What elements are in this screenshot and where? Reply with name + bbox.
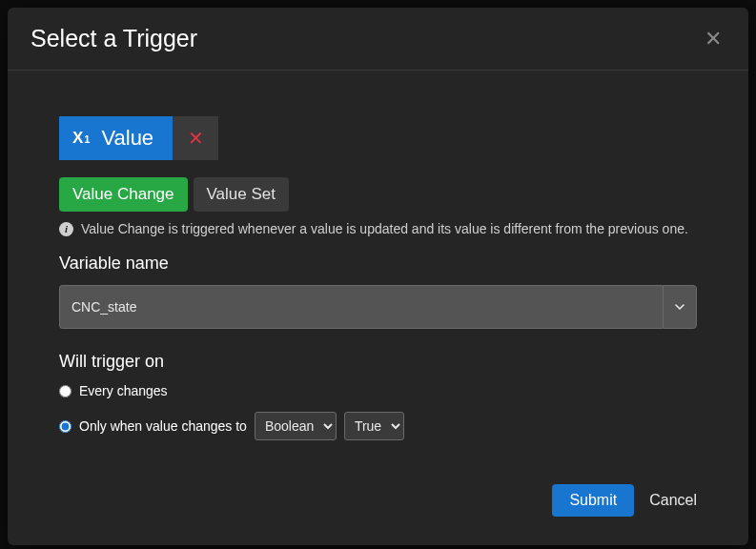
cancel-button[interactable]: Cancel	[649, 492, 697, 509]
tab-value-set[interactable]: Value Set	[194, 177, 289, 212]
variable-icon: X1	[72, 129, 90, 148]
variable-select-value[interactable]: CNC_state	[59, 285, 663, 329]
variable-name-label: Variable name	[59, 254, 697, 274]
close-icon: ✕	[705, 27, 722, 51]
info-icon: i	[59, 222, 73, 236]
chevron-down-icon	[673, 300, 686, 314]
trigger-chip-label: Value	[101, 126, 153, 151]
trigger-modal: Select a Trigger ✕ X1 Value ✕ Value Chan…	[8, 8, 748, 545]
close-icon: ✕	[188, 127, 204, 150]
radio-only-when-label: Only when value changes to	[79, 418, 247, 434]
value-type-select[interactable]: Boolean	[255, 412, 337, 440]
radio-every-changes[interactable]: Every changes	[59, 383, 697, 398]
variable-select[interactable]: CNC_state	[59, 285, 697, 329]
radio-every-changes-input[interactable]	[59, 385, 72, 397]
variable-select-caret[interactable]	[663, 285, 697, 329]
help-text: Value Change is triggered whenever a val…	[81, 221, 688, 236]
radio-every-changes-label: Every changes	[79, 383, 168, 398]
modal-overlay: Select a Trigger ✕ X1 Value ✕ Value Chan…	[0, 0, 756, 549]
trigger-type-tabs: Value Change Value Set	[59, 177, 697, 212]
modal-header: Select a Trigger ✕	[8, 8, 748, 71]
value-trigger-chip[interactable]: X1 Value	[59, 116, 173, 160]
value-select[interactable]: True	[344, 412, 404, 440]
trigger-on-group: Every changes Only when value changes to…	[59, 383, 697, 440]
modal-title: Select a Trigger	[31, 25, 197, 52]
radio-only-when-input[interactable]	[59, 420, 72, 433]
close-button[interactable]: ✕	[701, 29, 725, 50]
tab-value-change[interactable]: Value Change	[59, 177, 188, 212]
radio-only-when[interactable]: Only when value changes to Boolean True	[59, 412, 697, 440]
remove-trigger-button[interactable]: ✕	[173, 116, 218, 160]
submit-button[interactable]: Submit	[552, 484, 634, 517]
modal-body: X1 Value ✕ Value Change Value Set i Valu…	[8, 71, 748, 484]
trigger-on-label: Will trigger on	[59, 352, 697, 372]
modal-footer: Submit Cancel	[8, 484, 748, 545]
trigger-chip-row: X1 Value ✕	[59, 116, 697, 160]
help-text-row: i Value Change is triggered whenever a v…	[59, 221, 697, 236]
